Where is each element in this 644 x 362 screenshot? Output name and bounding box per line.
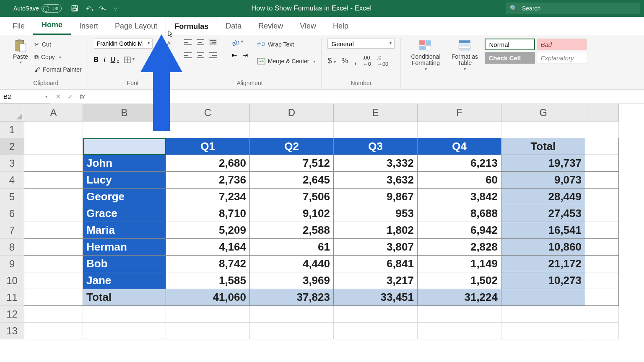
cell[interactable] [585,122,619,138]
percent-button[interactable]: % [342,57,348,65]
cell[interactable]: 6,213 [418,155,501,172]
cell[interactable]: 2,828 [418,239,501,256]
column-header-D[interactable]: D [250,104,334,122]
align-right-icon[interactable] [209,52,217,58]
cell[interactable] [250,323,334,339]
cell[interactable] [418,122,501,138]
number-format-select[interactable]: General [327,39,395,49]
cell[interactable]: 5,209 [166,222,250,239]
cell[interactable] [24,239,83,256]
row-header-4[interactable]: 4 [0,172,24,189]
cell[interactable] [250,122,334,138]
cell[interactable]: 3,332 [334,155,418,172]
cell[interactable]: Jane [83,272,166,289]
copy-button[interactable]: ⧉Copy [34,51,82,63]
cell[interactable]: 2,736 [166,172,250,189]
cell[interactable]: 6,841 [334,256,418,272]
cell[interactable] [585,323,619,339]
cell[interactable]: 9,867 [334,189,418,205]
cell[interactable]: Q1 [166,138,250,155]
comma-button[interactable]: , [354,55,357,66]
cell[interactable]: 7,506 [250,189,334,205]
cell[interactable]: 2,680 [166,155,250,172]
select-all-corner[interactable] [0,104,24,122]
cell[interactable]: 1,149 [418,256,501,272]
cell[interactable]: 33,451 [334,289,418,306]
save-icon[interactable] [71,5,78,12]
cell[interactable] [24,155,83,172]
orientation-button[interactable]: ab [231,37,244,48]
wrap-text-button[interactable]: abc Wrap Text [257,39,316,50]
row-header-5[interactable]: 5 [0,189,24,205]
cell[interactable]: 16,541 [501,222,585,239]
cell[interactable] [585,138,619,155]
cell[interactable] [585,205,619,222]
cell[interactable]: 3,807 [334,239,418,256]
cell[interactable] [501,122,585,138]
cell[interactable] [24,272,83,289]
decrease-indent-icon[interactable]: ⇤ [232,51,237,59]
underline-button[interactable]: U [111,56,119,64]
cell[interactable]: 3,842 [418,189,501,205]
tab-view[interactable]: View [291,18,325,35]
style-explanatory[interactable]: Explanatory [537,52,587,64]
cell[interactable] [501,289,585,306]
cell[interactable]: 4,440 [250,256,334,272]
cell[interactable]: 953 [334,205,418,222]
row-header-12[interactable]: 12 [0,306,24,323]
cell[interactable] [24,138,83,155]
tab-review[interactable]: Review [250,18,291,35]
column-header-A[interactable]: A [24,104,83,122]
row-header-13[interactable]: 13 [0,323,24,339]
conditional-formatting-button[interactable]: Conditional Formatting▾ [407,39,444,71]
cell[interactable]: 3,632 [334,172,418,189]
cell[interactable] [24,306,83,323]
cell[interactable] [24,323,83,339]
cell[interactable]: 8,710 [166,205,250,222]
row-header-10[interactable]: 10 [0,272,24,289]
cell[interactable] [83,323,166,339]
name-box[interactable]: B2 [0,90,50,103]
cell[interactable]: 10,860 [501,239,585,256]
cell[interactable]: 1,802 [334,222,418,239]
cell[interactable] [166,323,250,339]
cancel-formula-icon[interactable]: ✕ [55,93,61,101]
increase-decimal-icon[interactable]: .00←0 [363,54,371,67]
search-input[interactable]: 🔍 Search [506,3,640,14]
cell[interactable] [585,239,619,256]
fx-icon[interactable]: fx [80,93,85,101]
tab-help[interactable]: Help [325,18,357,35]
increase-indent-icon[interactable]: ⇥ [242,51,248,59]
cell[interactable] [418,306,501,323]
cell[interactable]: 10,273 [501,272,585,289]
cell[interactable]: 28,449 [501,189,585,205]
cell[interactable]: Bob [83,256,166,272]
cell[interactable]: George [83,189,166,205]
cell[interactable] [585,272,619,289]
style-normal[interactable]: Normal [485,39,535,50]
align-top-icon[interactable] [184,39,192,45]
cell[interactable]: Total [501,138,585,155]
enter-formula-icon[interactable]: ✓ [68,93,73,101]
decrease-decimal-icon[interactable]: .0→00 [377,54,388,67]
cell[interactable] [585,189,619,205]
cell[interactable]: 1,585 [166,272,250,289]
cell[interactable]: 37,823 [250,289,334,306]
align-bottom-icon[interactable] [209,39,217,45]
cell[interactable] [334,122,418,138]
cell[interactable]: Q4 [418,138,501,155]
cell[interactable] [24,205,83,222]
cell[interactable]: 27,453 [501,205,585,222]
cell[interactable]: 8,688 [418,205,501,222]
cell[interactable]: 2,588 [250,222,334,239]
row-header-1[interactable]: 1 [0,122,24,138]
cell[interactable] [83,306,166,323]
cell[interactable]: Herman [83,239,166,256]
column-header-F[interactable]: F [418,104,501,122]
row-header-3[interactable]: 3 [0,155,24,172]
cell[interactable] [24,172,83,189]
cell[interactable] [585,155,619,172]
column-header-E[interactable]: E [334,104,418,122]
cell[interactable]: Q2 [250,138,334,155]
style-check-cell[interactable]: Check Cell [485,52,535,64]
